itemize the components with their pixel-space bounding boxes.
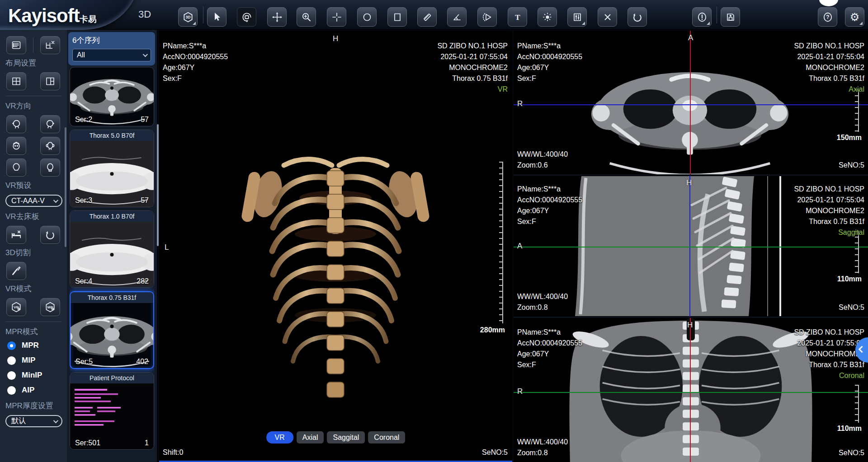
rect-roi-tool-button[interactable] (387, 7, 407, 27)
window-level-value: WW/WL:400/40 (517, 149, 568, 160)
logo-text: Kayisoft (8, 5, 80, 26)
axial-viewport[interactable]: PName:S***a AccNO:0004920555 Age:067Y Se… (514, 31, 868, 174)
thumb-title: Patient Protocol (70, 373, 154, 383)
orientation-marker-left: R (517, 99, 523, 108)
window-level-tool-button[interactable] (538, 7, 557, 27)
info-tool-button[interactable] (692, 7, 712, 27)
vr-hex-icon: VR (10, 301, 22, 313)
view-button-axial[interactable]: Axial (297, 431, 324, 443)
thumb-series-number: Ser:501 (75, 439, 100, 447)
scale-ruler-label: 280mm (480, 326, 505, 334)
text-annotation-tool-button[interactable]: T (508, 7, 527, 27)
vr-preset-select[interactable]: CT-AAA-V (5, 195, 62, 207)
patient-age: Age:067Y (163, 62, 228, 73)
zoom-tool-button[interactable] (297, 7, 316, 27)
sidebar-separator (33, 37, 33, 53)
axial-crosshair-horizontal-line[interactable] (514, 104, 868, 105)
radio-icon[interactable] (7, 371, 16, 380)
volume-3d-tool-button[interactable]: 3D (178, 7, 198, 27)
vr-head-occiput-button[interactable] (40, 159, 60, 177)
mip-mode-hex-button[interactable]: MIP (40, 298, 60, 316)
sagittal-crosshair-vertical-line[interactable] (689, 176, 690, 317)
angle-tool-button[interactable] (447, 7, 467, 27)
mpr-mode-option-mip[interactable]: MIP (7, 356, 63, 365)
layout-remove-button[interactable] (40, 36, 60, 54)
crosshair-tool-button[interactable] (327, 7, 346, 27)
mpr-mode-option-mpr[interactable]: MPR (7, 341, 63, 350)
coronal-viewport[interactable]: PName:S***a AccNO:0004920555 Age:067Y Se… (514, 318, 868, 462)
series-scrollbar[interactable] (157, 124, 159, 246)
vr-head-superior-button[interactable] (6, 137, 26, 155)
vr-bed-removal-label: VR去床板 (5, 211, 63, 222)
bed-reset-button[interactable] (40, 226, 60, 244)
axial-crosshair-vertical-line[interactable] (690, 31, 691, 174)
mpr-mode-option-aip[interactable]: AIP (7, 386, 63, 395)
help-button[interactable]: ? (818, 7, 837, 27)
bed-remove-button[interactable] (6, 226, 26, 244)
ruler-tool-button[interactable] (417, 7, 437, 27)
save-tool-button[interactable] (721, 7, 740, 27)
pointer-icon (212, 12, 222, 23)
ellipse-roi-tool-button[interactable] (357, 7, 377, 27)
view-button-coronal[interactable]: Coronal (368, 431, 405, 443)
sagittal-viewport[interactable]: PName:S***a AccNO:0004920555 Age:067Y Se… (514, 176, 868, 317)
pointer-tool-button[interactable] (207, 7, 226, 27)
chevron-down-icon (143, 52, 148, 57)
svg-text:T: T (515, 13, 520, 21)
sidebar-scrollbar[interactable] (65, 127, 66, 247)
photometric: MONOCHROME2 (437, 62, 508, 73)
series-header: 6个序列 All (68, 32, 155, 65)
radio-selected-icon[interactable] (7, 341, 16, 350)
grid-2x2-layout-button[interactable] (6, 72, 26, 90)
vr-head-posterior-button[interactable] (40, 137, 60, 155)
accession-number: AccNO:0004920555 (517, 195, 582, 205)
mpr-thickness-select[interactable]: 默认 (5, 415, 62, 427)
series-filter-select[interactable]: All (72, 49, 151, 61)
mpr-mode-option-minip[interactable]: MinIP (7, 371, 63, 380)
view-button-saggital[interactable]: Saggital (327, 431, 365, 443)
radio-icon[interactable] (7, 386, 16, 395)
split-layout-button[interactable] (40, 72, 60, 90)
hospital-name: SD ZIBO NO.1 HOSP (437, 41, 508, 51)
coronal-crosshair-vertical-line[interactable] (690, 318, 691, 462)
series-thumbnail-ser3[interactable]: Thorax 5.0 B70f Ser:3 57 (70, 130, 154, 207)
vr-head-right-button[interactable] (40, 115, 60, 133)
series-description: Thorax 0.75 B31f (794, 216, 864, 227)
user-avatar[interactable] (819, 0, 838, 6)
delete-x-icon (602, 12, 613, 23)
vr-viewport[interactable]: PName:S***a AccNO:0004920555 Age:067Y Se… (159, 31, 512, 462)
pan-tool-button[interactable] (267, 7, 287, 27)
hospital-name: SD ZIBO NO.1 HOSP (794, 327, 864, 338)
scale-ruler-label: 110mm (837, 425, 862, 433)
series-thumbnail-ser4[interactable]: Thorax 1.0 B70f Ser:4 282 (70, 210, 154, 288)
zoom-value: Zoom:0.8 (517, 448, 568, 458)
cobb-angle-tool-button[interactable] (477, 7, 497, 27)
radio-icon[interactable] (7, 356, 16, 365)
vr-head-anterior-button[interactable] (6, 159, 26, 177)
head-left-icon (10, 118, 22, 130)
patient-age: Age:067Y (517, 62, 582, 73)
series-thumbnail-ser2[interactable]: Ser:2 57 (70, 67, 154, 126)
rotate-3d-tool-button[interactable] (237, 7, 256, 27)
reset-tool-button[interactable] (627, 7, 647, 27)
vr-preset-value: CT-AAA-V (11, 197, 45, 205)
view-button-vr[interactable]: VR (266, 431, 293, 443)
series-number: SeNO:5 (482, 447, 508, 458)
thumb-image-count: 57 (141, 116, 149, 124)
settings-button[interactable]: ⚙ (845, 7, 864, 27)
sagittal-crosshair-horizontal-line[interactable] (514, 247, 868, 247)
series-description: Thorax 0.75 B31f (794, 73, 864, 84)
vr-head-left-button[interactable] (6, 115, 26, 133)
scalpel-button[interactable] (6, 262, 26, 280)
vr-mode-hex-button[interactable]: VR (6, 298, 26, 316)
layout-list-button[interactable] (6, 36, 26, 54)
head-superior-icon (10, 140, 22, 152)
delete-annotation-tool-button[interactable] (598, 7, 617, 27)
series-thumbnail-ser5-selected[interactable]: Thorax 0.75 B31f (70, 291, 154, 369)
head-occiput-icon (44, 162, 56, 173)
grid-2x2-icon (11, 76, 22, 87)
wwwl-presets-tool-button[interactable] (567, 7, 587, 27)
series-thumbnail-ser501[interactable]: Patient Protocol Ser: (70, 372, 154, 450)
coronal-crosshair-horizontal-line[interactable] (514, 392, 868, 393)
toolbar-separator (203, 6, 203, 23)
